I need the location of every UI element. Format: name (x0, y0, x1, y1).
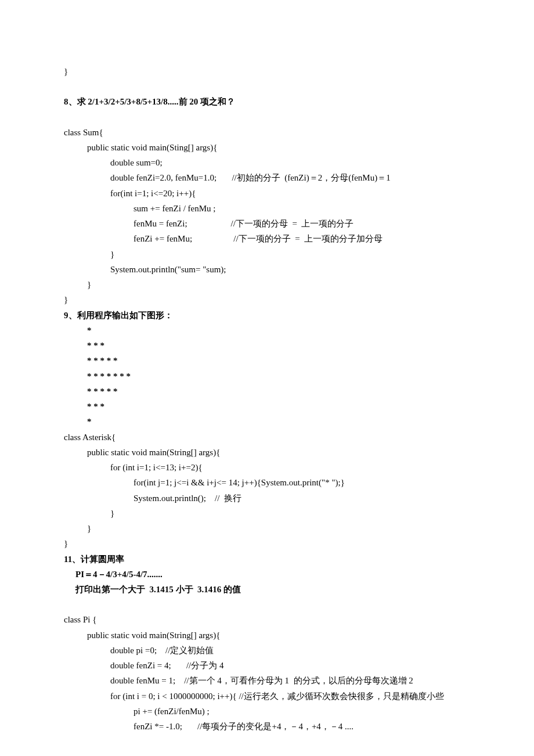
code-line: fenZi *= -1.0; //每项分子的变化是+4，－4，+4，－4 ...… (64, 719, 470, 734)
code-line: double fenMu = 1; //第一个 4，可看作分母为 1 的分式，以… (64, 673, 470, 688)
heading-8: 8、求 2/1+3/2+5/3+8/5+13/8.....前 20 项之和？ (64, 94, 470, 109)
code-line: sum += fenZi / fenMu ; (64, 201, 470, 216)
code-line: fenMu = fenZi; //下一项的分母 = 上一项的分子 (64, 216, 470, 231)
asterisk-row: * (64, 414, 470, 429)
code-line: public static void main(String[] args){ (64, 445, 470, 460)
asterisk-row: * * * (64, 338, 470, 353)
asterisk-row: * (64, 323, 470, 338)
document-page: } 8、求 2/1+3/2+5/3+8/5+13/8.....前 20 项之和？… (0, 0, 534, 756)
code-line: } (64, 247, 470, 262)
code-line: } (64, 506, 470, 521)
code-line: } (64, 536, 470, 551)
asterisk-row: * * * * * (64, 384, 470, 399)
code-line: double fenZi = 4; //分子为 4 (64, 658, 470, 673)
code-line: for(int j=1; j<=i && i+j<= 14; j++){Syst… (64, 475, 470, 490)
asterisk-row: * * * * * * * (64, 369, 470, 384)
code-line: public static void main(Sting[] args){ (64, 140, 470, 155)
code-line: for (int i = 0; i < 1000000000; i++){ //… (64, 689, 470, 704)
code-line: double pi =0; //定义初始值 (64, 643, 470, 658)
asterisk-row: * * * (64, 399, 470, 414)
heading-11: 11、计算圆周率 (64, 552, 470, 567)
code-line: double fenZi=2.0, fenMu=1.0; //初始的分子 (fe… (64, 170, 470, 185)
asterisk-row: * * * * * (64, 353, 470, 368)
heading-9: 9、利用程序输出如下图形： (64, 308, 470, 323)
spacer (64, 110, 470, 125)
code-line: public static void main(String[] args){ (64, 628, 470, 643)
heading-11-sub: PI＝4－4/3+4/5-4/7....... (64, 567, 470, 582)
code-line: double sum=0; (64, 155, 470, 170)
code-line: } (64, 521, 470, 536)
spacer (64, 597, 470, 612)
code-line: for(int i=1; i<=20; i++){ (64, 186, 470, 201)
code-line: System.out.println("sum= "sum); (64, 262, 470, 277)
code-line: } (64, 277, 470, 292)
code-line: pi += (fenZi/fenMu) ; (64, 704, 470, 719)
code-line: } (64, 292, 470, 307)
code-line: fenZi += fenMu; //下一项的分子 = 上一项的分子加分母 (64, 231, 470, 246)
code-line: } (64, 64, 470, 79)
code-line: System.out.println(); // 换行 (64, 491, 470, 506)
spacer (64, 79, 470, 94)
code-line: class Sum{ (64, 125, 470, 140)
code-line: class Pi { (64, 612, 470, 627)
code-line: for (int i=1; i<=13; i+=2){ (64, 460, 470, 475)
code-line: class Asterisk{ (64, 430, 470, 445)
heading-11-sub: 打印出第一个大于 3.1415 小于 3.1416 的值 (64, 582, 470, 597)
